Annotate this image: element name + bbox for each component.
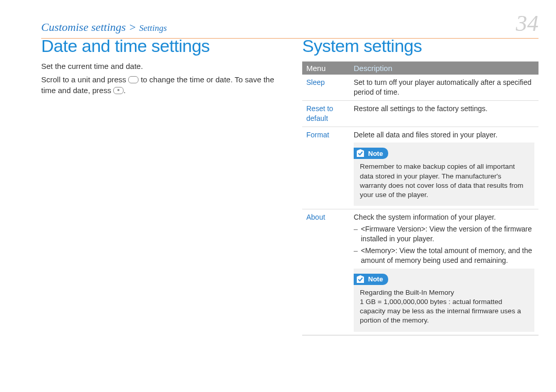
- menu-label-sleep: Sleep: [302, 75, 350, 100]
- list-item: <Firmware Version>: View the version of …: [354, 224, 534, 244]
- right-column: System settings Menu Description Sleep S…: [302, 36, 538, 335]
- select-button-icon: [113, 87, 124, 94]
- note-label: Note: [368, 149, 383, 158]
- content-columns: Date and time settings Set the current t…: [41, 36, 538, 335]
- text-fragment: .: [124, 86, 126, 95]
- left-column: Date and time settings Set the current t…: [41, 36, 277, 335]
- about-bullet-list: <Firmware Version>: View the version of …: [354, 224, 534, 265]
- text-fragment: Scroll to a unit and press: [41, 75, 128, 84]
- note-badge: Note: [354, 274, 388, 285]
- section-title-date-time: Date and time settings: [41, 36, 277, 56]
- breadcrumb-sub: Settings: [139, 23, 167, 33]
- date-time-p1: Set the current time and date.: [41, 61, 277, 72]
- date-time-body: Set the current time and date. Scroll to…: [41, 61, 277, 96]
- breadcrumb-main: Customise settings: [41, 21, 126, 33]
- about-intro: Check the system information of your pla…: [354, 213, 496, 221]
- menu-desc-sleep: Set to turn off your player automaticall…: [350, 75, 538, 100]
- nav-button-icon: [128, 76, 138, 83]
- menu-label-format: Format: [302, 127, 350, 209]
- note-badge: Note: [354, 148, 388, 159]
- breadcrumb: Customise settings > Settings: [41, 21, 167, 34]
- table-header-row: Menu Description: [302, 62, 538, 75]
- section-title-system: System settings: [302, 36, 538, 56]
- menu-desc-reset: Restore all settings to the factory sett…: [350, 100, 538, 127]
- note-box-format: Note Remember to make backup copies of a…: [354, 142, 534, 206]
- list-item: <Memory>: View the total amount of memor…: [354, 246, 534, 265]
- menu-desc-about: Check the system information of your pla…: [350, 209, 538, 335]
- col-header-description: Description: [350, 62, 538, 75]
- menu-desc-format: Delete all data and files stored in your…: [350, 127, 538, 209]
- note-box-about: Note Regarding the Built-In Memory 1 GB …: [354, 269, 534, 332]
- table-row: Reset to default Restore all settings to…: [302, 100, 538, 127]
- page-number: 34: [516, 12, 538, 35]
- note-text-about: 1 GB = 1,000,000,000 bytes : actual form…: [360, 297, 528, 326]
- format-intro: Delete all data and files stored in your…: [354, 131, 497, 139]
- table-row: Sleep Set to turn off your player automa…: [302, 75, 538, 100]
- note-label: Note: [368, 275, 383, 284]
- menu-label-about: About: [302, 209, 350, 335]
- note-check-icon: [356, 149, 365, 158]
- col-header-menu: Menu: [302, 62, 350, 75]
- breadcrumb-sep: >: [126, 21, 139, 33]
- table-row: About Check the system information of yo…: [302, 209, 538, 335]
- system-settings-table: Menu Description Sleep Set to turn off y…: [302, 61, 538, 335]
- note-text-format: Remember to make backup copies of all im…: [360, 162, 528, 200]
- menu-label-reset: Reset to default: [302, 100, 350, 127]
- table-row: Format Delete all data and files stored …: [302, 127, 538, 209]
- note-heading-about: Regarding the Built-In Memory: [360, 288, 528, 297]
- page-header: Customise settings > Settings 34: [41, 12, 538, 39]
- date-time-p2: Scroll to a unit and press to change the…: [41, 75, 277, 96]
- note-check-icon: [356, 275, 365, 284]
